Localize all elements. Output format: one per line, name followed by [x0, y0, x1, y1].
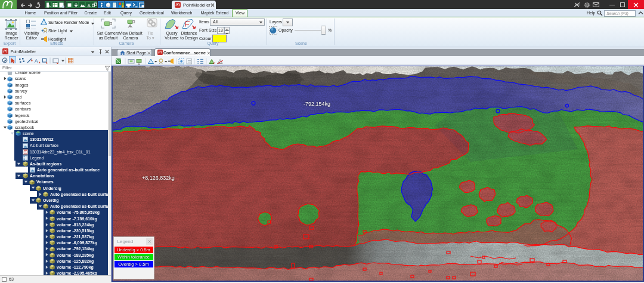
- svg-text:A: A: [35, 57, 38, 63]
